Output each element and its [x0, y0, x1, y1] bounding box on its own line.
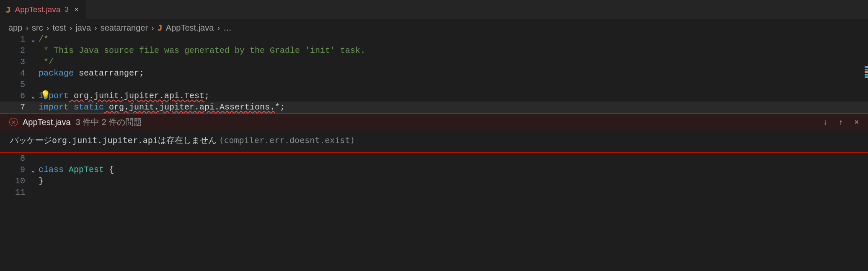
- chevron-right-icon: ›: [217, 23, 220, 33]
- code-line: 6 ⌄ import org.junit.jupiter.api.Test;: [0, 90, 868, 102]
- code-text: package: [39, 68, 74, 78]
- problem-text: は存在しません: [158, 136, 219, 145]
- code-line: 4 package seatarranger;: [0, 68, 868, 79]
- code-text: * This Java source file was generated by…: [39, 46, 365, 55]
- code-text: /*: [39, 34, 49, 44]
- code-line: 7 import static org.junit.jupiter.api.As…: [0, 102, 868, 113]
- problem-text: パッケージ: [10, 136, 52, 145]
- line-number: 2: [0, 45, 28, 56]
- breadcrumb-segment[interactable]: seatarranger: [101, 23, 148, 33]
- code-text: }: [39, 176, 44, 186]
- tab-error-badge: 3: [65, 5, 68, 14]
- line-number: 10: [0, 175, 28, 187]
- breadcrumb-segment[interactable]: java: [75, 23, 91, 33]
- code-line: 3 */: [0, 56, 868, 68]
- breadcrumb-overflow[interactable]: …: [223, 23, 232, 33]
- java-file-icon: J: [158, 23, 163, 33]
- chevron-right-icon: ›: [94, 23, 97, 33]
- line-number: 6: [0, 90, 28, 102]
- breadcrumb-segment[interactable]: src: [32, 23, 43, 33]
- overview-mark: [865, 66, 868, 68]
- tab-close-icon[interactable]: ×: [73, 5, 80, 15]
- line-number: 4: [0, 68, 28, 79]
- code-line: 11: [0, 187, 868, 198]
- fold-icon[interactable]: ⌄: [28, 91, 39, 102]
- line-number: 7: [0, 102, 28, 113]
- chevron-right-icon: ›: [46, 23, 49, 33]
- fold-icon[interactable]: ⌄: [28, 165, 39, 176]
- problem-count: 3 件中 2 件の問題: [76, 117, 142, 128]
- chevron-right-icon: ›: [151, 23, 154, 33]
- code-text: org.junit.jupiter.api.Test: [69, 91, 204, 101]
- line-number: 11: [0, 187, 28, 198]
- code-text: {: [109, 165, 114, 175]
- breadcrumb-filename[interactable]: AppTest.java: [166, 23, 214, 33]
- editor-tab[interactable]: J AppTest.java 3 ×: [0, 0, 87, 19]
- problem-header: ✕ AppTest.java 3 件中 2 件の問題 ↓ ↑ ×: [0, 114, 868, 130]
- code-text: org.junit.jupiter.api.Assertions.: [104, 102, 275, 112]
- code-line: 1 ⌄ /*: [0, 34, 868, 45]
- code-text: class: [39, 165, 64, 175]
- java-file-icon: J: [6, 5, 10, 14]
- breadcrumb-segment[interactable]: test: [52, 23, 66, 33]
- error-icon: ✕: [9, 118, 18, 126]
- problem-filename: AppTest.java: [23, 117, 71, 127]
- overview-mark: [865, 69, 868, 70]
- lightbulb-icon[interactable]: 💡: [40, 90, 51, 101]
- code-text: ;: [204, 91, 209, 101]
- breadcrumb-segment[interactable]: app: [8, 23, 22, 33]
- breadcrumb: app › src › test › java › seatarranger ›…: [0, 19, 868, 34]
- tab-filename: AppTest.java: [15, 5, 60, 14]
- code-line: 2 * This Java source file was generated …: [0, 45, 868, 56]
- line-number: 3: [0, 56, 28, 68]
- overview-mark: [865, 71, 868, 73]
- code-text: ;: [139, 68, 144, 78]
- code-text: static: [69, 102, 104, 112]
- line-number: 9: [0, 164, 28, 175]
- line-number: 8: [0, 153, 28, 164]
- code-text: *: [275, 102, 280, 112]
- problem-prev-icon[interactable]: ↑: [835, 116, 846, 128]
- code-text: import: [39, 102, 69, 112]
- overview-mark: [865, 76, 868, 78]
- code-text: seatarranger: [74, 68, 139, 78]
- code-line: 9 ⌄ class AppTest {: [0, 164, 868, 175]
- code-editor[interactable]: 8 9 ⌄ class AppTest { 10 } 11: [0, 153, 868, 198]
- line-number: 1: [0, 34, 28, 45]
- problem-message: パッケージorg.junit.jupiter.apiは存在しません (compi…: [0, 130, 868, 152]
- code-text: AppTest: [64, 165, 109, 175]
- line-number: 5: [0, 79, 28, 90]
- chevron-right-icon: ›: [70, 23, 72, 33]
- code-text: */: [39, 57, 54, 67]
- code-line: 5: [0, 79, 868, 90]
- tab-bar: J AppTest.java 3 ×: [0, 0, 868, 19]
- problem-close-icon[interactable]: ×: [851, 116, 862, 128]
- fold-icon[interactable]: ⌄: [28, 34, 39, 46]
- code-editor[interactable]: 💡 1 ⌄ /* 2 * This Java source file was g…: [0, 34, 868, 113]
- problem-next-icon[interactable]: ↓: [820, 116, 830, 128]
- problem-code: (compiler.err.doesnt.exist): [219, 135, 355, 145]
- code-line: 8: [0, 153, 868, 164]
- code-line: 10 }: [0, 175, 868, 187]
- chevron-right-icon: ›: [26, 23, 28, 33]
- overview-mark: [865, 74, 868, 76]
- problem-text: org.junit.jupiter.api: [52, 135, 158, 145]
- code-text: ;: [280, 102, 285, 112]
- overview-ruler[interactable]: [865, 66, 868, 78]
